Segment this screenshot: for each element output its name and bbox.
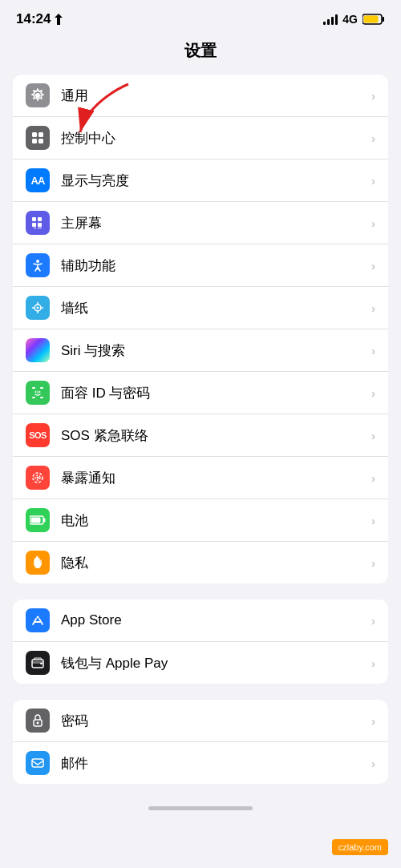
face-id-label: 面容 ID 与密码 [61,384,371,402]
settings-item-app-store[interactable]: App Store › [13,600,388,642]
app-store-icon [26,608,50,632]
face-id-icon [26,381,50,405]
settings-item-sos[interactable]: SOS SOS 紧急联络 › [13,414,388,457]
accessibility-icon [26,253,50,277]
privacy-icon [26,551,50,575]
wallet-icon [26,651,50,675]
home-screen-label: 主屏幕 [61,214,371,232]
exposure-chevron: › [371,471,375,485]
passwords-label: 密码 [61,712,371,730]
settings-item-battery[interactable]: 电池 › [13,499,388,542]
settings-item-display[interactable]: AA 显示与亮度 › [13,159,388,202]
svg-point-15 [36,260,39,263]
wallpaper-icon [26,296,50,320]
mail-icon [26,751,50,775]
settings-item-face-id[interactable]: 面容 ID 与密码 › [13,372,388,414]
settings-item-exposure[interactable]: 暴露通知 › [13,457,388,499]
mail-label: 邮件 [61,754,371,773]
battery-chevron: › [371,514,375,527]
svg-rect-10 [38,217,42,221]
status-time: 14:24 [16,11,63,27]
sos-label: SOS 紧急联络 [61,426,371,445]
general-chevron: › [371,89,375,103]
svg-rect-1 [383,17,385,22]
settings-item-privacy[interactable]: 隐私 › [13,542,388,583]
display-label: 显示与亮度 [61,172,371,190]
home-screen-chevron: › [371,216,375,230]
svg-rect-6 [38,132,43,137]
svg-rect-14 [38,228,42,228]
settings-item-siri[interactable]: Siri 与搜索 › [13,329,388,372]
svg-point-35 [37,616,39,619]
svg-point-4 [35,93,40,98]
svg-rect-25 [40,397,43,398]
signal-icon [323,14,338,25]
wallet-label: 钱包与 Apple Pay [61,654,371,672]
svg-rect-33 [44,519,46,523]
sos-chevron: › [371,429,375,442]
settings-group-apps2: 密码 › 邮件 › [13,700,388,784]
battery-label: 电池 [61,511,371,530]
app-store-chevron: › [371,614,375,628]
settings-item-accessibility[interactable]: 辅助功能 › [13,244,388,287]
settings-item-home-screen[interactable]: 主屏幕 › [13,202,388,244]
settings-group-system: 通用 › 控制中心 › AA 显示与亮度 › [13,75,388,583]
svg-rect-11 [32,223,36,227]
svg-rect-9 [32,217,36,221]
passwords-icon [26,709,50,733]
control-center-chevron: › [371,131,375,145]
display-chevron: › [371,174,375,188]
settings-item-mail[interactable]: 邮件 › [13,742,388,784]
svg-rect-8 [38,139,43,143]
svg-rect-34 [31,518,41,523]
display-icon: AA [26,168,50,192]
wallpaper-label: 墙纸 [61,299,371,317]
settings-group-apps1: App Store › 钱包与 Apple Pay › [13,600,388,684]
accessibility-label: 辅助功能 [61,256,371,275]
general-icon [26,83,50,107]
battery-settings-icon [26,508,50,532]
page-title: 设置 [0,34,401,75]
home-screen-icon [26,211,50,235]
privacy-chevron: › [371,556,375,570]
settings-item-wallet[interactable]: 钱包与 Apple Pay › [13,642,388,684]
sos-icon: SOS [26,423,50,447]
home-indicator [148,806,253,810]
svg-point-17 [37,307,39,309]
settings-item-general[interactable]: 通用 › [13,75,388,117]
svg-rect-24 [32,397,35,398]
watermark: czlaby.com [332,839,388,855]
svg-rect-2 [364,16,379,23]
svg-rect-13 [34,228,36,228]
location-icon [55,14,63,25]
control-center-icon [26,126,50,150]
settings-item-control-center[interactable]: 控制中心 › [13,117,388,159]
svg-rect-5 [32,132,37,137]
control-center-label: 控制中心 [61,129,371,147]
general-label: 通用 [61,87,371,105]
svg-point-27 [39,391,41,393]
exposure-icon [26,466,50,490]
exposure-label: 暴露通知 [61,469,371,487]
settings-item-wallpaper[interactable]: 墙纸 › [13,287,388,329]
settings-item-passwords[interactable]: 密码 › [13,700,388,742]
svg-rect-12 [38,223,42,227]
passwords-chevron: › [371,714,375,728]
status-icons: 4G [323,13,385,26]
app-store-label: App Store [61,612,371,628]
svg-point-26 [35,391,37,393]
siri-icon [26,338,50,362]
privacy-label: 隐私 [61,554,371,572]
battery-icon [363,14,385,25]
siri-chevron: › [371,344,375,357]
svg-rect-7 [32,139,37,143]
svg-rect-23 [40,387,43,389]
time-display: 14:24 [16,11,51,27]
home-indicator-area [0,800,401,823]
network-type: 4G [342,13,358,26]
status-bar: 14:24 4G [0,0,401,34]
mail-chevron: › [371,757,375,770]
svg-point-31 [37,477,39,479]
svg-rect-38 [40,663,43,664]
face-id-chevron: › [371,386,375,400]
